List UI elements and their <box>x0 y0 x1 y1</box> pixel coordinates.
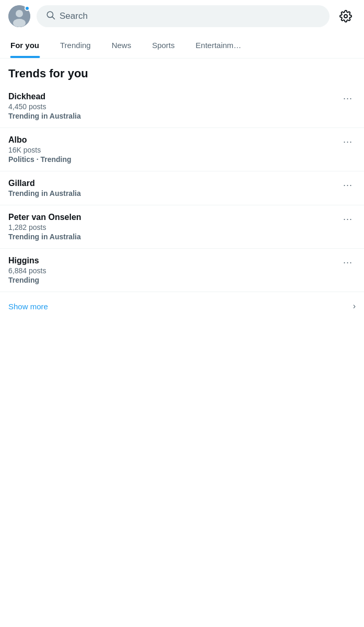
svg-point-2 <box>13 19 26 27</box>
trend-context: Trending in Australia <box>8 233 340 241</box>
trend-more-button[interactable]: ··· <box>340 135 356 148</box>
settings-button[interactable] <box>336 6 356 26</box>
section-title: Trends for you <box>0 59 364 85</box>
avatar-notification-dot <box>25 6 30 11</box>
svg-line-4 <box>52 17 54 19</box>
trend-content-gillard: Gillard Trending in Australia <box>8 179 340 198</box>
search-bar[interactable]: Search <box>37 5 330 27</box>
trend-context: Trending in Australia <box>8 112 340 120</box>
trend-item[interactable]: Albo 16K posts Politics · Trending ··· <box>0 128 364 171</box>
trend-name: Higgins <box>8 256 340 265</box>
tab-news[interactable]: News <box>101 32 142 58</box>
trend-item[interactable]: Higgins 6,884 posts Trending ··· <box>0 249 364 292</box>
trend-more-button[interactable]: ··· <box>340 213 356 226</box>
trend-context: Trending <box>8 276 340 284</box>
header: Search <box>0 0 364 32</box>
trend-content-albo: Albo 16K posts Politics · Trending <box>8 135 340 164</box>
trend-context: Politics · Trending <box>8 155 340 164</box>
tab-entertainment[interactable]: Entertainm… <box>185 32 252 58</box>
tab-trending[interactable]: Trending <box>50 32 101 58</box>
trend-context: Trending in Australia <box>8 189 340 198</box>
trends-list: Dickhead 4,450 posts Trending in Austral… <box>0 85 364 292</box>
trend-item[interactable]: Gillard Trending in Australia ··· <box>0 171 364 205</box>
trend-item[interactable]: Dickhead 4,450 posts Trending in Austral… <box>0 85 364 128</box>
trend-more-button[interactable]: ··· <box>340 92 356 105</box>
trend-name: Dickhead <box>8 92 340 101</box>
trend-name: Albo <box>8 135 340 145</box>
show-more-button[interactable]: Show more › <box>0 292 364 320</box>
trend-content-dickhead: Dickhead 4,450 posts Trending in Austral… <box>8 92 340 120</box>
trend-content-higgins: Higgins 6,884 posts Trending <box>8 256 340 284</box>
chevron-right-icon: › <box>353 301 356 311</box>
search-placeholder: Search <box>60 11 88 21</box>
trend-more-button[interactable]: ··· <box>340 179 356 192</box>
tabs-bar: For you Trending News Sports Entertainm… <box>0 32 364 59</box>
trend-item[interactable]: Peter van Onselen 1,282 posts Trending i… <box>0 205 364 249</box>
svg-point-3 <box>47 11 53 17</box>
show-more-label: Show more <box>8 302 48 311</box>
trend-name: Gillard <box>8 179 340 188</box>
trend-posts: 4,450 posts <box>8 102 340 111</box>
tab-sports[interactable]: Sports <box>142 32 185 58</box>
trend-more-button[interactable]: ··· <box>340 256 356 269</box>
trend-content-peter: Peter van Onselen 1,282 posts Trending i… <box>8 213 340 241</box>
trend-posts: 16K posts <box>8 146 340 154</box>
trend-posts: 6,884 posts <box>8 266 340 275</box>
trend-posts: 1,282 posts <box>8 223 340 231</box>
svg-point-1 <box>16 10 23 17</box>
tab-for-you[interactable]: For you <box>0 32 50 58</box>
search-icon <box>46 10 55 22</box>
trend-name: Peter van Onselen <box>8 213 340 222</box>
avatar-wrap[interactable] <box>8 5 30 27</box>
